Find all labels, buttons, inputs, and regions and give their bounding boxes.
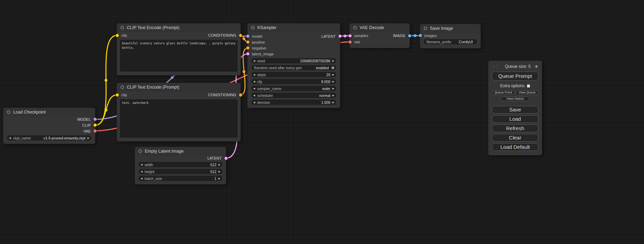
input-port-positive[interactable] (246, 40, 249, 44)
node-title-bar[interactable]: Load Checkpoint (3, 108, 95, 116)
input-label: vae (354, 40, 360, 44)
output-port-conditioning[interactable] (239, 34, 242, 37)
increment-arrow-icon[interactable]: ▶ (333, 94, 334, 97)
collapse-toggle-icon[interactable] (251, 26, 255, 29)
widget-batch-size[interactable]: ◀ batch_size 1 ▶ (139, 176, 222, 181)
widget-value: 156680208700286 (300, 59, 330, 63)
output-port-vae[interactable] (94, 129, 97, 133)
input-port-negative[interactable] (246, 46, 249, 49)
queue-front-button[interactable]: Queue Front (492, 90, 514, 95)
node-title-bar[interactable]: VAE Decode (350, 24, 409, 32)
node-vae-decode[interactable]: VAE Decode samples IMAGE vae (350, 24, 409, 48)
view-history-button[interactable]: View History (501, 97, 530, 101)
increment-arrow-icon[interactable]: ▶ (333, 101, 334, 103)
collapse-toggle-icon[interactable] (353, 26, 357, 29)
decrement-arrow-icon[interactable]: ◀ (253, 87, 255, 90)
input-port-images[interactable] (419, 34, 422, 37)
collapse-toggle-icon[interactable] (121, 85, 124, 89)
node-title-bar[interactable]: KSampler (248, 24, 340, 32)
input-port-samples[interactable] (349, 34, 352, 37)
save-button[interactable]: Save (492, 106, 538, 114)
increment-arrow-icon[interactable]: ▶ (333, 73, 334, 76)
input-port-latent-image[interactable] (246, 52, 249, 55)
widget-label: seed (257, 59, 265, 63)
node-title-bar[interactable]: CLIP Text Encode (Prompt) (117, 83, 240, 91)
widget-value: 8.000 (321, 80, 330, 84)
increment-arrow-icon[interactable]: ▶ (333, 60, 334, 62)
node-load-checkpoint[interactable]: Load Checkpoint MODEL CLIP VAE ◀ ckpt_na… (3, 108, 95, 144)
input-port-clip[interactable] (116, 34, 119, 37)
input-port-model[interactable] (246, 35, 249, 38)
widget-label: width (144, 163, 153, 167)
widget-denoise[interactable]: ◀ denoise 1.000 ▶ (251, 100, 336, 105)
decrement-arrow-icon[interactable]: ◀ (141, 170, 142, 173)
prompt-text-input[interactable]: beautiful scenery nature glass bottle la… (120, 40, 238, 72)
node-title: Save Image (430, 26, 453, 31)
decrement-arrow-icon[interactable]: ◀ (253, 94, 255, 97)
queue-prompt-button[interactable]: Queue Prompt (492, 72, 538, 81)
port-row: vae (350, 39, 409, 45)
widget-cfg[interactable]: ◀ cfg 8.000 ▶ (251, 79, 336, 84)
node-title-bar[interactable]: Empty Latent Image (135, 147, 226, 155)
node-empty-latent-image[interactable]: Empty Latent Image LATENT ◀ width 512 ▶ … (135, 147, 226, 184)
graph-canvas[interactable]: Load Checkpoint MODEL CLIP VAE ◀ ckpt_na… (0, 0, 644, 244)
increment-arrow-icon[interactable]: ▶ (88, 137, 89, 139)
output-port-image[interactable] (408, 34, 411, 37)
output-port-clip[interactable] (94, 124, 97, 127)
decrement-arrow-icon[interactable]: ◀ (253, 73, 255, 76)
node-title-bar[interactable]: CLIP Text Encode (Prompt) (117, 24, 240, 32)
view-queue-button[interactable]: View Queue (516, 90, 538, 95)
output-port-conditioning[interactable] (239, 93, 242, 97)
collapse-toggle-icon[interactable] (121, 26, 124, 29)
widget-height[interactable]: ◀ height 512 ▶ (139, 169, 222, 174)
extra-options-checkbox[interactable] (527, 84, 530, 88)
collapse-toggle-icon[interactable] (424, 27, 427, 30)
increment-arrow-icon[interactable]: ▶ (219, 177, 220, 180)
increment-arrow-icon[interactable]: ▶ (333, 80, 334, 83)
load-button[interactable]: Load (492, 115, 538, 123)
toggle-dot-icon[interactable] (332, 66, 334, 69)
settings-gear-icon[interactable]: ✳ (535, 64, 538, 69)
input-port-vae[interactable] (349, 40, 352, 44)
output-label: LATENT (208, 156, 222, 160)
node-ksampler[interactable]: KSampler model LATENT positive negative … (248, 24, 340, 108)
decrement-arrow-icon[interactable]: ◀ (9, 137, 11, 139)
menu-header: ⋮⋮ Queue size: 0 ✳ (492, 63, 538, 70)
output-port-model[interactable] (94, 118, 97, 121)
clear-button[interactable]: Clear (492, 134, 538, 142)
widget-random-seed-toggle[interactable]: Random seed after every gen enabled (251, 65, 336, 70)
widget-scheduler[interactable]: ◀ scheduler normal ▶ (251, 93, 336, 98)
port-row: samples IMAGE (350, 33, 409, 39)
decrement-arrow-icon[interactable]: ◀ (253, 101, 255, 103)
node-clip-text-encode-negative[interactable]: CLIP Text Encode (Prompt) clip CONDITION… (117, 83, 240, 141)
widget-steps[interactable]: ◀ steps 20 ▶ (251, 72, 336, 77)
input-label: latent_image (252, 52, 274, 56)
widget-ckpt-name[interactable]: ◀ ckpt_name v1-5-pruned-emaonly.ckpt ▶ (7, 135, 91, 141)
decrement-arrow-icon[interactable]: ◀ (253, 60, 255, 62)
increment-arrow-icon[interactable]: ▶ (219, 163, 220, 166)
collapse-toggle-icon[interactable] (7, 110, 10, 114)
node-save-image[interactable]: Save Image images filename_prefix ComfyU… (420, 24, 480, 48)
refresh-button[interactable]: Refresh (492, 125, 538, 132)
decrement-arrow-icon[interactable]: ◀ (141, 177, 142, 180)
increment-arrow-icon[interactable]: ▶ (219, 170, 220, 173)
load-default-button[interactable]: Load Default (492, 143, 538, 151)
drag-handle-icon[interactable]: ⋮⋮ (492, 64, 499, 69)
widget-sampler-name[interactable]: ◀ sampler_name euler ▶ (251, 86, 336, 91)
node-title-bar[interactable]: Save Image (420, 24, 480, 33)
input-port-clip[interactable] (116, 93, 119, 97)
output-port-latent[interactable] (224, 157, 228, 160)
decrement-arrow-icon[interactable]: ◀ (141, 163, 142, 166)
widget-seed[interactable]: ◀ seed 156680208700286 ▶ (251, 58, 336, 63)
port-row: negative (248, 45, 340, 51)
decrement-arrow-icon[interactable]: ◀ (253, 80, 255, 83)
port-row: positive (248, 39, 340, 45)
widget-filename-prefix[interactable]: filename_prefix ComfyUI (424, 39, 477, 44)
node-clip-text-encode-positive[interactable]: CLIP Text Encode (Prompt) clip CONDITION… (117, 24, 240, 75)
prompt-text-input[interactable]: text, watermark (120, 99, 238, 138)
output-port-latent[interactable] (338, 35, 342, 38)
increment-arrow-icon[interactable]: ▶ (333, 87, 334, 90)
widget-width[interactable]: ◀ width 512 ▶ (139, 162, 222, 167)
widget-label: height (144, 170, 155, 174)
collapse-toggle-icon[interactable] (139, 150, 142, 153)
